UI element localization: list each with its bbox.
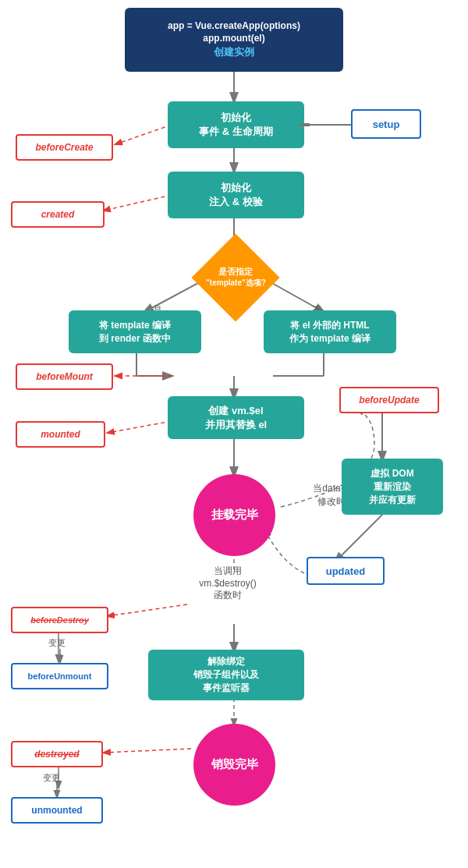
mounted-box: mounted [16,421,105,448]
unbind-line3: 事件监听器 [203,682,250,695]
setup-box: setup [351,109,421,139]
setup-arrow [296,123,355,126]
change-arrow2 [52,784,62,798]
virtual-dom-line2: 重新渲染 [374,480,411,494]
diamond-line2: "template"选项? [206,278,266,289]
compile-template-box: 将 template 编译 到 render 函数中 [69,310,201,353]
create-vm-box: 创建 vm.$el 并用其替换 el [168,396,304,439]
before-unmount-box: beforeUnmount [11,663,108,689]
destroyed-circle: 销毁完毕 [193,724,275,806]
setup-label: setup [373,119,400,130]
svg-line-21 [104,749,191,753]
before-create-label: beforeCreate [35,142,93,153]
compile-tmpl-line2: 到 render 函数中 [99,332,171,345]
destroyed-circle-label: 销毁完毕 [211,757,258,772]
change-label2: 变更 [43,772,60,784]
init-injections-box: 初始化 注入 & 校验 [168,172,304,218]
created-label: created [41,209,75,220]
unbind-line2: 销毁子组件以及 [193,668,259,682]
mounted-circle: 挂载完毕 [193,474,275,556]
svg-line-1 [115,125,172,144]
create-app-line1: app = Vue.createApp(options) [168,20,300,31]
before-mount-box: beforeMount [16,363,113,390]
mounted-label: mounted [41,429,80,440]
unmounted-box: unmounted [11,797,103,824]
before-destroy-box: beforeDestroy [11,607,108,633]
diamond-box: 是否指定 "template"选项? [191,233,279,321]
create-vm-line1: 创建 vm.$el [208,404,263,418]
destroyed-box: destroyed [11,741,103,767]
virtual-dom-line3: 并应有更新 [369,494,416,507]
before-destroy-label: beforeDestroy [30,615,89,625]
virtual-dom-box: 虚拟 DOM 重新渲染 并应有更新 [342,459,443,515]
svg-line-16 [335,515,382,562]
diamond-inner: 是否指定 "template"选项? [206,266,266,289]
svg-line-3 [104,195,172,211]
create-app-line3: 创建实例 [214,45,254,59]
init-events-box: 初始化 事件 & 生命周期 [168,101,304,148]
before-unmount-label: beforeUnmount [28,671,92,681]
virtual-dom-line1: 虚拟 DOM [370,467,413,480]
updated-label: updated [326,565,366,577]
create-vm-line2: 并用其替换 el [205,418,267,432]
change-arrow1 [55,649,65,663]
compile-html-line2: 作为 template 编译 [289,332,370,345]
lifecycle-diagram: app = Vue.createApp(options) app.mount(e… [0,0,468,23]
compile-tmpl-line1: 将 template 编译 [99,319,171,332]
svg-line-13 [108,421,172,433]
destroyed-label: destroyed [34,749,79,760]
before-mount-label: beforeMount [36,371,93,382]
diamond-line1: 是否指定 [206,266,266,278]
mounted-circle-label: 挂载完毕 [211,508,258,523]
unmounted-label: unmounted [31,805,82,816]
init-events-line1: 初始化 [221,111,251,125]
compile-html-box: 将 el 外部的 HTML 作为 template 编译 [264,310,396,353]
svg-line-18 [108,604,187,616]
unbind-box: 解除绑定 销毁子组件以及 事件监听器 [148,650,304,700]
unbind-line1: 解除绑定 [207,655,245,668]
create-app-line2: app.mount(el) [203,33,264,44]
before-update-label: beforeUpdate [359,395,419,406]
change-label1: 变更 [48,637,66,649]
created-box: created [11,201,105,228]
init-inj-line2: 注入 & 校验 [209,195,263,209]
init-inj-line1: 初始化 [221,181,251,195]
compile-html-line1: 将 el 外部的 HTML [290,319,369,332]
before-update-box: beforeUpdate [339,387,439,413]
init-events-line2: 事件 & 生命周期 [199,125,273,139]
updated-box: updated [307,557,385,585]
create-app-box: app = Vue.createApp(options) app.mount(e… [125,8,343,72]
before-create-box: beforeCreate [16,134,113,161]
when-destroy-label: 当调用 vm.$destroy() 函数时 [189,565,267,602]
